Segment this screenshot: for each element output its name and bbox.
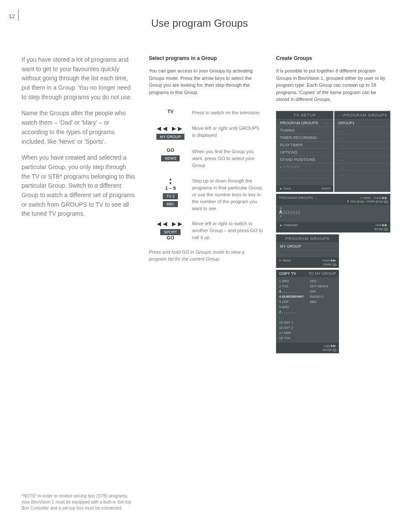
select-title: Select programs in a Group (149, 55, 263, 61)
osd-item-group1: ▸ GROUP1 (280, 165, 300, 169)
key-go-1: GO (149, 148, 192, 153)
desc-mygroup: Move left or right until GROUPS is displ… (192, 124, 263, 139)
osd-item-tuning: TUNING (280, 128, 295, 132)
osd-item-timer-rec: TIMER RECORDING (280, 135, 317, 140)
key-lr-2: ◀◀ ▶▶ (157, 220, 184, 227)
osd-strip-newgroup: new group (350, 200, 364, 203)
desc-tv: Press to switch on the television (192, 109, 260, 116)
key-down: ▼ (149, 181, 192, 186)
footnote: *NOTE! In order to receive set-top box (… (22, 493, 134, 511)
desc-updown: Step up or down through the programs in … (192, 177, 263, 212)
osd-copy-label: copy (323, 344, 330, 347)
step-sport: ◀◀ ▶▶ SPORT GO Move left or right to swi… (149, 220, 263, 241)
step-updown: ▲ ▼ 1 – 9 TV 2 BBC Step up or down throu… (149, 177, 263, 212)
chip-mygroup: MY GROUP (156, 134, 184, 140)
page-title: Use program Groups (22, 17, 390, 29)
osd-strip-pg: PROGRAM GROUPS (279, 196, 313, 200)
copy-left-col: 1 DR2 2 TV2 3 . . . . . . . . 4 EUROSPOR… (279, 279, 305, 341)
intro-p3: When you have created and selected a par… (22, 153, 136, 219)
osd-group1-label: GROUP1 (338, 121, 355, 125)
chip-bbc: BBC (163, 201, 178, 207)
osd-copytv-panel: COPY TV TO MY GROUP 1 DR2 2 TV2 3 . . . … (276, 270, 339, 353)
osd-item-options: OPTIONS (280, 150, 298, 154)
osd-item-stand: STAND POSITIONS (280, 157, 315, 162)
osd-tvsetup-header: TV SETUP (276, 111, 333, 119)
intro-column: If you have stored a lot of programs and… (22, 55, 136, 353)
select-note: Press and hold GO in Groups mode to view… (149, 249, 263, 263)
osd-char-a: A (279, 210, 282, 214)
osd-character: character (283, 223, 298, 227)
desc-go-news: When you find the Group you want, press … (192, 148, 263, 169)
osd-item-play-timer: PLAY TIMER (280, 143, 303, 147)
osd-tomygroup: TO MY GROUP (308, 271, 336, 276)
key-tv: TV (149, 109, 192, 114)
osd-strip-move: move (374, 196, 381, 199)
create-column: Create Groups It is possible to put toge… (276, 55, 390, 353)
osd-back: back (283, 186, 291, 190)
osd-program-groups-panel: - - - - PROGRAM GROUPS GROUP1 . . . . . … (334, 111, 390, 192)
step-mygroup: ◀◀ ▶▶ MY GROUP Move left or right until … (149, 124, 263, 140)
create-title: Create Groups (276, 55, 390, 61)
chip-news: NEWS (161, 155, 180, 161)
key-go-2: GO (149, 235, 192, 240)
intro-p2: Name the Groups after the people who wat… (22, 109, 136, 146)
osd-mygroup-label: MY GROUP (280, 244, 301, 249)
osd-name-2: name (282, 258, 291, 262)
osd-next: next (376, 224, 381, 227)
key-lr-1: ◀◀ ▶▶ (157, 125, 184, 132)
select-lead: You can gain access to your Groups by ac… (149, 67, 263, 96)
osd-mygroup-header: PROGRAM GROUPS (276, 235, 339, 242)
desc-sport: Move left or right to switch to another … (192, 220, 263, 241)
chip-sport: SPORT (160, 229, 181, 235)
osd-move-2: move (323, 259, 330, 262)
osd-accept-1: accept (374, 227, 383, 230)
osd-strip-name: name (363, 196, 371, 199)
select-column: Select programs in a Group You can gain … (149, 55, 263, 353)
osd-pg-header: PROGRAM GROUPS (343, 113, 387, 117)
osd-rename-strip: PROGRAM GROUPS - - - ■ name move ▶▶ ▼ ne… (276, 194, 390, 233)
osd-create-2: create (323, 263, 331, 266)
page-number-divider (18, 9, 19, 21)
copy-right-col: DR2 SKY NEWS ZDF RADIO 2 BBC (310, 279, 336, 341)
osd-strip-creategroup: create group (366, 200, 383, 203)
step-tv: TV Press to switch on the television (149, 109, 263, 116)
step-go-news: GO NEWS When you find the Group you want… (149, 148, 263, 169)
osd-accept-2: accept (323, 348, 332, 351)
intro-p1: If you have stored a lot of programs and… (22, 55, 136, 102)
create-lead: It is possible to put together 8 differe… (276, 67, 390, 103)
key-up: ▲ (149, 177, 192, 181)
osd-copytv-label: COPY TV (279, 271, 296, 276)
chip-tv2: TV 2 (163, 193, 178, 199)
osd-mygroup-panel: PROGRAM GROUPS MY GROUP . . . ■ name mov… (276, 234, 339, 268)
page-number: 12 (9, 13, 15, 19)
osd-tv-setup: TV SETUP PROGRAM GROUPS- - - - - TUNING … (276, 111, 333, 192)
key-1-9: 1 – 9 (149, 186, 192, 191)
osd-item-program-groups: PROGRAM GROUPS (280, 121, 318, 125)
osd-select: select (321, 186, 330, 190)
